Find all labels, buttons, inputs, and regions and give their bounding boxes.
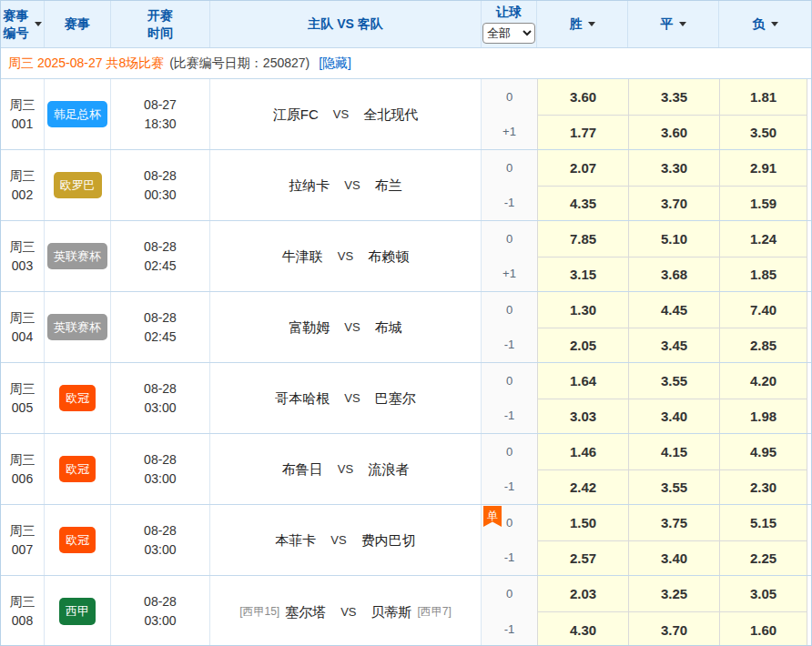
draw-header-label: 平 [661, 16, 674, 33]
away-team: 费内巴切 [361, 533, 416, 547]
odds-win-row2[interactable]: 4.35 [537, 186, 628, 221]
sort-arrow-icon[interactable] [35, 22, 42, 26]
match-id-cell: 周三 006 [1, 434, 45, 504]
odds-draw-row1[interactable]: 3.25 [628, 576, 719, 611]
odds-draw-row2[interactable]: 3.70 [628, 186, 719, 221]
match-number: 002 [12, 186, 33, 205]
match-id-cell: 周三 005 [1, 363, 45, 433]
odds-win-row2[interactable]: 3.15 [537, 257, 628, 292]
win-sort-arrow-icon[interactable] [588, 22, 595, 26]
lose-sort-arrow-icon[interactable] [771, 22, 778, 26]
column-header-draw[interactable]: 平 [628, 1, 719, 47]
match-date: 08-28 [144, 450, 177, 469]
league-badge: 英联赛杯 [47, 243, 107, 270]
odds-draw-row1[interactable]: 3.30 [628, 150, 719, 186]
odds-win-row2[interactable]: 1.77 [537, 115, 628, 150]
match-row: 周三 002 欧罗巴 08-28 00:30 拉纳卡 VS 布兰 0 -1 2.… [1, 150, 811, 221]
odds-win-row2[interactable]: 2.05 [537, 328, 628, 363]
odds-lose-row1[interactable]: 1.24 [719, 221, 807, 257]
odds-lose-row1[interactable]: 2.91 [719, 150, 807, 186]
odds-win-row2[interactable]: 3.03 [537, 399, 628, 434]
odds-draw-row1[interactable]: 3.55 [628, 363, 719, 399]
odds-lose-row1[interactable]: 4.20 [719, 363, 807, 399]
odds-lose-row2[interactable]: 1.85 [719, 257, 807, 292]
odds-win-row1[interactable]: 3.60 [537, 79, 628, 115]
odds-win-row1[interactable]: 2.07 [537, 150, 628, 186]
match-weekday: 周三 [10, 450, 36, 469]
odds-win-row2[interactable]: 2.57 [537, 540, 628, 576]
odds-draw-row2[interactable]: 3.70 [628, 611, 719, 646]
odds-draw-row2[interactable]: 3.55 [628, 469, 719, 505]
odds-lose-row2[interactable]: 2.85 [719, 328, 807, 363]
hide-day-group-link[interactable]: [隐藏] [319, 56, 351, 72]
league-cell: 英联赛杯 [45, 292, 111, 362]
match-weekday: 周三 [10, 167, 36, 186]
league-badge: 欧冠 [59, 527, 96, 554]
odds-lose-row2[interactable]: 2.30 [719, 469, 807, 505]
odds-lose-row2[interactable]: 1.60 [719, 611, 807, 646]
handicap-cell-row2: -1 [482, 540, 537, 576]
teams-cell: 拉纳卡 VS 布兰 [210, 150, 482, 220]
odds-win-row1[interactable]: 1.46 [537, 434, 628, 469]
time-header-line2: 时间 [147, 25, 173, 42]
odds-draw-row2[interactable]: 3.45 [628, 328, 719, 363]
odds-draw-row2[interactable]: 3.40 [628, 540, 719, 576]
day-group-date-text: 周三 2025-08-27 共8场比赛 [8, 56, 164, 72]
home-team: 布鲁日 [282, 462, 323, 476]
match-weekday: 周三 [10, 308, 36, 328]
draw-sort-arrow-icon[interactable] [679, 22, 686, 26]
odds-lose-row2[interactable]: 1.98 [719, 399, 807, 434]
match-id-cell: 周三 004 [1, 292, 45, 362]
odds-draw-row1[interactable]: 3.75 [628, 505, 719, 540]
match-row: 周三 005 欧冠 08-28 03:00 哥本哈根 VS 巴塞尔 0 -1 1… [1, 363, 811, 434]
match-id-cell: 周三 001 [1, 79, 45, 149]
odds-draw-row2[interactable]: 3.60 [628, 115, 719, 150]
odds-draw-row1[interactable]: 4.45 [628, 292, 719, 328]
odds-win-row2[interactable]: 2.42 [537, 469, 628, 505]
column-header-match-number[interactable]: 赛事 编号 [1, 1, 45, 47]
teams-cell: 哥本哈根 VS 巴塞尔 [210, 363, 482, 433]
match-weekday: 周三 [10, 237, 36, 257]
handicap-value: 0 [506, 374, 513, 388]
odds-win-row1[interactable]: 1.50 [537, 505, 628, 540]
match-weekday: 周三 [10, 521, 36, 540]
home-team: 拉纳卡 [289, 178, 330, 192]
league-header-label: 赛事 [65, 16, 90, 33]
odds-lose-row1[interactable]: 1.81 [719, 79, 807, 115]
handicap-value: 0 [506, 232, 513, 246]
match-time: 03:00 [144, 469, 176, 489]
odds-lose-row2[interactable]: 3.50 [719, 115, 807, 150]
odds-draw-row1[interactable]: 5.10 [628, 221, 719, 257]
odds-win-row1[interactable]: 2.03 [537, 576, 628, 611]
handicap-value: +1 [502, 125, 516, 138]
odds-lose-row1[interactable]: 5.15 [719, 505, 807, 540]
match-row: 周三 007 欧冠 08-28 03:00 本菲卡 VS 费内巴切 单 0 -1… [1, 505, 811, 576]
teams-cell: 江原FC VS 全北现代 [210, 79, 482, 149]
match-row: 周三 004 英联赛杯 08-28 02:45 富勒姆 VS 布城 0 -1 1… [1, 292, 811, 363]
away-team: 布城 [375, 320, 402, 334]
odds-draw-row1[interactable]: 4.15 [628, 434, 719, 469]
odds-lose-row2[interactable]: 1.59 [719, 186, 807, 221]
teams-cell: 布鲁日 VS 流浪者 [210, 434, 482, 504]
handicap-cell-row2: +1 [482, 115, 537, 150]
handicap-value: -1 [504, 479, 515, 493]
odds-lose-row1[interactable]: 4.95 [719, 434, 807, 469]
odds-win-row2[interactable]: 4.30 [537, 611, 628, 646]
league-badge: 英联赛杯 [47, 314, 107, 341]
odds-lose-row2[interactable]: 2.25 [719, 540, 807, 576]
league-badge: 韩足总杯 [47, 101, 107, 128]
league-cell: 欧罗巴 [45, 150, 111, 220]
column-header-lose[interactable]: 负 [719, 1, 811, 47]
league-badge: 欧罗巴 [54, 172, 102, 199]
odds-win-row1[interactable]: 7.85 [537, 221, 628, 257]
odds-draw-row2[interactable]: 3.40 [628, 399, 719, 434]
odds-win-row1[interactable]: 1.30 [537, 292, 628, 328]
handicap-filter-select[interactable]: 全部 [482, 23, 535, 44]
odds-lose-row1[interactable]: 7.40 [719, 292, 807, 328]
match-id-cell: 周三 007 [1, 505, 45, 575]
odds-draw-row1[interactable]: 3.35 [628, 79, 719, 115]
odds-draw-row2[interactable]: 3.68 [628, 257, 719, 292]
column-header-win[interactable]: 胜 [537, 1, 628, 47]
odds-lose-row1[interactable]: 3.05 [719, 576, 807, 611]
odds-win-row1[interactable]: 1.64 [537, 363, 628, 399]
